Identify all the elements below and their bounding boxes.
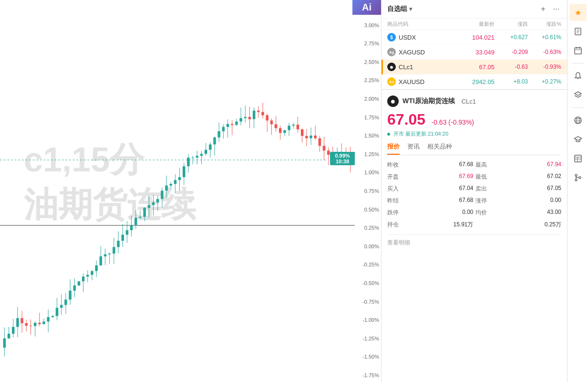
tab-zixun[interactable]: 资讯 (407, 142, 420, 155)
item-symbol: CLc1 (399, 64, 413, 71)
document-icon[interactable] (569, 23, 587, 40)
svg-rect-131 (283, 130, 286, 133)
more-detail-label[interactable]: 查看明细 (387, 234, 561, 247)
svg-line-185 (576, 177, 579, 178)
svg-rect-135 (292, 125, 295, 126)
watchlist-item[interactable]: Ag XAGUSD 33.049 -0.209 -0.63% (382, 45, 567, 60)
value-mairu: 67.04 (431, 185, 473, 193)
svg-rect-166 (575, 48, 581, 54)
item-change: -0.63 (495, 64, 528, 70)
globe-icon[interactable] (569, 112, 587, 129)
ai-button[interactable]: Ai (352, 0, 381, 15)
xagusd-icon: Ag (387, 48, 396, 56)
svg-rect-23 (47, 317, 50, 321)
svg-rect-11 (21, 318, 23, 323)
svg-rect-3 (3, 339, 6, 348)
watchlist-item-active[interactable]: ● CLc1 67.05 -0.63 -0.93% (382, 60, 567, 74)
svg-rect-119 (257, 111, 260, 112)
y-label: 0.25% (357, 225, 379, 231)
svg-rect-125 (270, 120, 273, 124)
label-maiRu: 买入 (387, 185, 429, 193)
svg-point-182 (575, 179, 577, 181)
svg-rect-147 (319, 138, 321, 146)
svg-rect-117 (253, 111, 256, 119)
y-label: -0.25% (357, 262, 379, 267)
branch-icon[interactable] (569, 169, 587, 186)
svg-rect-17 (34, 323, 37, 326)
col-price: 最新价 (456, 21, 495, 28)
item-change: -0.209 (495, 49, 528, 55)
svg-rect-43 (91, 271, 93, 275)
detail-full-name: WTI原油期货连续 (402, 97, 455, 106)
y-label: 2.00% (357, 96, 379, 102)
svg-rect-39 (82, 276, 85, 281)
svg-rect-65 (139, 217, 142, 218)
svg-rect-127 (275, 124, 278, 128)
svg-rect-51 (108, 254, 111, 254)
more-watchlist-button[interactable]: ··· (551, 4, 561, 14)
svg-rect-15 (30, 326, 32, 326)
detail-status: 开市 最后更新:21:04:20 (387, 130, 561, 138)
y-axis: 3.25% 3.00% 2.75% 2.50% 2.25% 2.00% 1.75… (355, 0, 381, 382)
watchlist-title-text: 自选组 (387, 5, 407, 13)
value-zuoshou: 67.68 (431, 161, 473, 169)
add-watchlist-button[interactable]: + (539, 4, 547, 14)
detail-price: 67.05 (387, 111, 425, 128)
watchlist-item[interactable]: $ USDX 104.021 +0.627 +0.61% (382, 30, 567, 45)
mortarboard-icon[interactable] (569, 131, 587, 148)
item-changepct: -0.93% (528, 64, 561, 70)
svg-rect-7 (12, 327, 15, 334)
y-label: -0.75% (357, 299, 379, 305)
star-icon[interactable]: ★ (569, 4, 587, 21)
candlestick-chart[interactable] (0, 0, 355, 382)
svg-rect-9 (16, 318, 19, 327)
value-zhangting: 0.00 (519, 197, 561, 205)
y-label: -1.00% (357, 317, 379, 323)
svg-rect-115 (248, 117, 251, 119)
svg-rect-177 (575, 155, 581, 162)
svg-rect-77 (165, 185, 168, 191)
label-maiChu: 卖出 (475, 185, 517, 193)
col-change: 涨跌 (495, 21, 528, 28)
price-tag: 0.99% 10:38 (330, 152, 355, 165)
svg-rect-85 (183, 166, 186, 177)
svg-marker-170 (575, 92, 581, 96)
label-zhangtingprice: 涨停 (475, 197, 517, 205)
svg-rect-151 (327, 150, 330, 155)
layers-icon[interactable] (569, 86, 587, 104)
chevron-down-icon[interactable]: ▾ (409, 6, 412, 12)
label-junprice: 均价 (475, 209, 517, 217)
tab-baojia[interactable]: 报价 (387, 142, 400, 155)
svg-rect-19 (38, 323, 41, 324)
svg-rect-27 (56, 308, 59, 316)
bell-icon[interactable] (569, 67, 587, 85)
detail-section: ● WTI原油期货连续 CLc1 67.05 -0.63 (-0.93%) 开市… (382, 90, 567, 382)
divider (572, 63, 584, 64)
svg-rect-37 (78, 281, 81, 286)
item-name: $ USDX (387, 33, 456, 42)
value-zuigao: 67.94 (519, 161, 561, 169)
label-zuidi: 最低 (475, 173, 517, 181)
svg-rect-13 (25, 323, 28, 326)
item-symbol: USDX (399, 34, 416, 41)
watchlist-item[interactable]: Au XAUUSD 2942.05 +8.03 +0.27% (382, 74, 567, 89)
svg-rect-105 (227, 124, 229, 127)
calendar-icon[interactable] (569, 42, 587, 59)
table-icon[interactable] (569, 150, 587, 167)
tab-related[interactable]: 相关品种 (427, 142, 452, 155)
item-price: 67.05 (456, 64, 495, 71)
item-changepct: +0.61% (528, 34, 561, 41)
svg-rect-133 (288, 126, 290, 130)
svg-rect-97 (209, 144, 212, 149)
svg-rect-103 (222, 127, 225, 131)
value-chicang: 15.91万 (431, 221, 473, 229)
value-extra: 0.25万 (519, 221, 561, 229)
label-empty (475, 221, 517, 229)
svg-rect-93 (200, 154, 203, 156)
detail-change: -0.63 (-0.93%) (432, 118, 474, 126)
svg-rect-5 (8, 334, 10, 339)
svg-rect-45 (95, 265, 98, 271)
status-text: 开市 最后更新:21:04:20 (393, 131, 448, 137)
y-label: 0.75% (357, 188, 379, 194)
svg-rect-81 (174, 180, 177, 184)
